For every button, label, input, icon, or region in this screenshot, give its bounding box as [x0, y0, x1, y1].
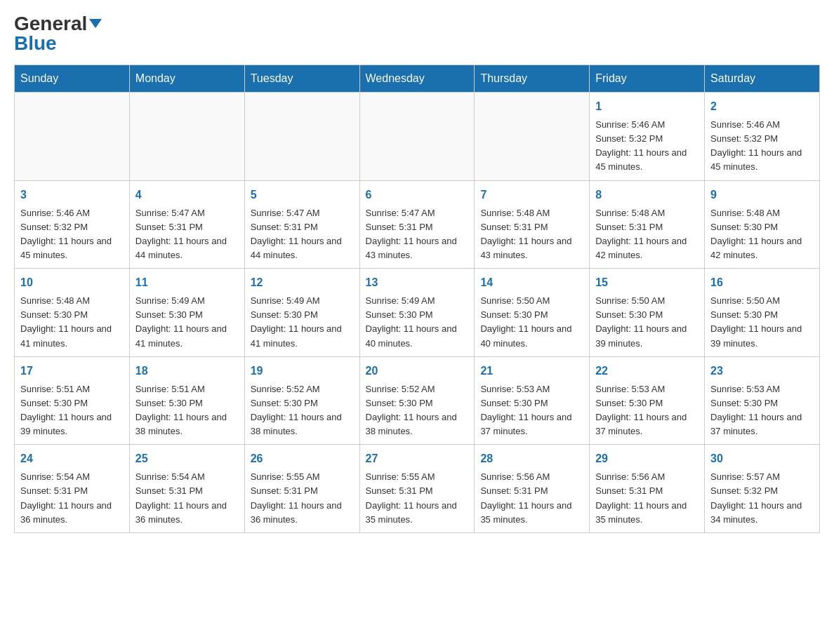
calendar-cell: 28Sunrise: 5:56 AM Sunset: 5:31 PM Dayli… — [475, 445, 590, 533]
calendar-week-row: 1Sunrise: 5:46 AM Sunset: 5:32 PM Daylig… — [15, 93, 820, 181]
calendar-cell — [244, 93, 359, 181]
day-number: 8 — [595, 187, 699, 203]
day-info: Sunrise: 5:54 AM Sunset: 5:31 PM Dayligh… — [135, 470, 239, 527]
calendar-cell: 15Sunrise: 5:50 AM Sunset: 5:30 PM Dayli… — [590, 269, 705, 357]
day-number: 25 — [135, 450, 239, 467]
day-number: 3 — [20, 187, 124, 203]
weekday-header-tuesday: Tuesday — [244, 65, 359, 93]
calendar-cell: 26Sunrise: 5:55 AM Sunset: 5:31 PM Dayli… — [244, 445, 359, 533]
calendar-cell: 4Sunrise: 5:47 AM Sunset: 5:31 PM Daylig… — [129, 180, 244, 269]
day-info: Sunrise: 5:47 AM Sunset: 5:31 PM Dayligh… — [135, 206, 239, 263]
day-info: Sunrise: 5:53 AM Sunset: 5:30 PM Dayligh… — [480, 382, 583, 439]
day-number: 15 — [595, 274, 699, 291]
day-info: Sunrise: 5:51 AM Sunset: 5:30 PM Dayligh… — [20, 382, 124, 439]
day-number: 5 — [251, 187, 354, 203]
calendar-cell: 5Sunrise: 5:47 AM Sunset: 5:31 PM Daylig… — [244, 180, 359, 269]
day-info: Sunrise: 5:49 AM Sunset: 5:30 PM Dayligh… — [251, 294, 354, 351]
weekday-header-saturday: Saturday — [705, 65, 820, 93]
day-number: 20 — [366, 363, 469, 380]
calendar-cell: 14Sunrise: 5:50 AM Sunset: 5:30 PM Dayli… — [475, 269, 590, 357]
day-number: 16 — [710, 274, 814, 291]
calendar-cell: 9Sunrise: 5:48 AM Sunset: 5:30 PM Daylig… — [705, 180, 820, 269]
calendar-cell: 18Sunrise: 5:51 AM Sunset: 5:30 PM Dayli… — [129, 356, 244, 445]
day-info: Sunrise: 5:53 AM Sunset: 5:30 PM Dayligh… — [595, 382, 699, 439]
day-number: 18 — [135, 363, 239, 380]
calendar-cell: 29Sunrise: 5:56 AM Sunset: 5:31 PM Dayli… — [590, 445, 705, 533]
calendar-cell: 20Sunrise: 5:52 AM Sunset: 5:30 PM Dayli… — [359, 356, 475, 445]
day-number: 12 — [251, 274, 354, 291]
day-info: Sunrise: 5:54 AM Sunset: 5:31 PM Dayligh… — [20, 470, 124, 527]
calendar-table: SundayMondayTuesdayWednesdayThursdayFrid… — [14, 65, 820, 533]
day-number: 11 — [135, 274, 239, 291]
day-info: Sunrise: 5:55 AM Sunset: 5:31 PM Dayligh… — [366, 470, 469, 527]
calendar-cell: 23Sunrise: 5:53 AM Sunset: 5:30 PM Dayli… — [705, 356, 820, 445]
calendar-cell: 11Sunrise: 5:49 AM Sunset: 5:30 PM Dayli… — [129, 269, 244, 357]
calendar-cell: 27Sunrise: 5:55 AM Sunset: 5:31 PM Dayli… — [359, 445, 475, 533]
day-number: 17 — [20, 363, 124, 380]
weekday-header-friday: Friday — [590, 65, 705, 93]
day-number: 30 — [710, 450, 814, 467]
calendar-week-row: 3Sunrise: 5:46 AM Sunset: 5:32 PM Daylig… — [15, 180, 820, 269]
calendar-cell: 17Sunrise: 5:51 AM Sunset: 5:30 PM Dayli… — [15, 356, 130, 445]
weekday-header-sunday: Sunday — [15, 65, 130, 93]
calendar-week-row: 24Sunrise: 5:54 AM Sunset: 5:31 PM Dayli… — [15, 445, 820, 533]
calendar-cell: 21Sunrise: 5:53 AM Sunset: 5:30 PM Dayli… — [475, 356, 590, 445]
calendar-cell: 6Sunrise: 5:47 AM Sunset: 5:31 PM Daylig… — [359, 180, 475, 269]
day-info: Sunrise: 5:49 AM Sunset: 5:30 PM Dayligh… — [366, 294, 469, 351]
calendar-cell: 30Sunrise: 5:57 AM Sunset: 5:32 PM Dayli… — [705, 445, 820, 533]
weekday-header-monday: Monday — [129, 65, 244, 93]
day-number: 1 — [595, 98, 699, 115]
day-info: Sunrise: 5:48 AM Sunset: 5:30 PM Dayligh… — [710, 206, 814, 263]
day-number: 21 — [480, 363, 583, 380]
day-info: Sunrise: 5:47 AM Sunset: 5:31 PM Dayligh… — [251, 206, 354, 263]
calendar-cell — [129, 93, 244, 181]
day-number: 6 — [366, 187, 469, 203]
day-info: Sunrise: 5:53 AM Sunset: 5:30 PM Dayligh… — [710, 382, 814, 439]
calendar-cell: 13Sunrise: 5:49 AM Sunset: 5:30 PM Dayli… — [359, 269, 475, 357]
day-number: 10 — [20, 274, 124, 291]
day-info: Sunrise: 5:46 AM Sunset: 5:32 PM Dayligh… — [595, 118, 699, 175]
calendar-cell: 8Sunrise: 5:48 AM Sunset: 5:31 PM Daylig… — [590, 180, 705, 269]
day-info: Sunrise: 5:51 AM Sunset: 5:30 PM Dayligh… — [135, 382, 239, 439]
logo: General Blue — [14, 14, 102, 53]
day-info: Sunrise: 5:56 AM Sunset: 5:31 PM Dayligh… — [595, 470, 699, 527]
calendar-cell: 16Sunrise: 5:50 AM Sunset: 5:30 PM Dayli… — [705, 269, 820, 357]
day-number: 7 — [480, 187, 583, 203]
page-header: General Blue — [14, 14, 820, 53]
calendar-cell: 3Sunrise: 5:46 AM Sunset: 5:32 PM Daylig… — [15, 180, 130, 269]
calendar-cell: 19Sunrise: 5:52 AM Sunset: 5:30 PM Dayli… — [244, 356, 359, 445]
calendar-cell: 1Sunrise: 5:46 AM Sunset: 5:32 PM Daylig… — [590, 93, 705, 181]
day-number: 27 — [366, 450, 469, 467]
day-info: Sunrise: 5:50 AM Sunset: 5:30 PM Dayligh… — [480, 294, 583, 351]
calendar-cell: 22Sunrise: 5:53 AM Sunset: 5:30 PM Dayli… — [590, 356, 705, 445]
calendar-week-row: 17Sunrise: 5:51 AM Sunset: 5:30 PM Dayli… — [15, 356, 820, 445]
calendar-cell: 12Sunrise: 5:49 AM Sunset: 5:30 PM Dayli… — [244, 269, 359, 357]
day-number: 22 — [595, 363, 699, 380]
day-info: Sunrise: 5:56 AM Sunset: 5:31 PM Dayligh… — [480, 470, 583, 527]
day-info: Sunrise: 5:50 AM Sunset: 5:30 PM Dayligh… — [595, 294, 699, 351]
day-number: 26 — [251, 450, 354, 467]
calendar-cell — [475, 93, 590, 181]
day-number: 29 — [595, 450, 699, 467]
day-number: 23 — [710, 363, 814, 380]
day-info: Sunrise: 5:52 AM Sunset: 5:30 PM Dayligh… — [366, 382, 469, 439]
day-number: 28 — [480, 450, 583, 467]
calendar-week-row: 10Sunrise: 5:48 AM Sunset: 5:30 PM Dayli… — [15, 269, 820, 357]
calendar-cell — [359, 93, 475, 181]
weekday-header-wednesday: Wednesday — [359, 65, 475, 93]
day-info: Sunrise: 5:49 AM Sunset: 5:30 PM Dayligh… — [135, 294, 239, 351]
logo-blue: Blue — [14, 34, 57, 53]
day-info: Sunrise: 5:46 AM Sunset: 5:32 PM Dayligh… — [20, 206, 124, 263]
calendar-cell: 25Sunrise: 5:54 AM Sunset: 5:31 PM Dayli… — [129, 445, 244, 533]
day-number: 2 — [710, 98, 814, 115]
day-info: Sunrise: 5:50 AM Sunset: 5:30 PM Dayligh… — [710, 294, 814, 351]
weekday-header-thursday: Thursday — [475, 65, 590, 93]
calendar-cell: 10Sunrise: 5:48 AM Sunset: 5:30 PM Dayli… — [15, 269, 130, 357]
day-number: 13 — [366, 274, 469, 291]
calendar-cell: 2Sunrise: 5:46 AM Sunset: 5:32 PM Daylig… — [705, 93, 820, 181]
day-info: Sunrise: 5:57 AM Sunset: 5:32 PM Dayligh… — [710, 470, 814, 527]
day-number: 14 — [480, 274, 583, 291]
calendar-cell: 24Sunrise: 5:54 AM Sunset: 5:31 PM Dayli… — [15, 445, 130, 533]
day-info: Sunrise: 5:47 AM Sunset: 5:31 PM Dayligh… — [366, 206, 469, 263]
weekday-header-row: SundayMondayTuesdayWednesdayThursdayFrid… — [15, 65, 820, 93]
